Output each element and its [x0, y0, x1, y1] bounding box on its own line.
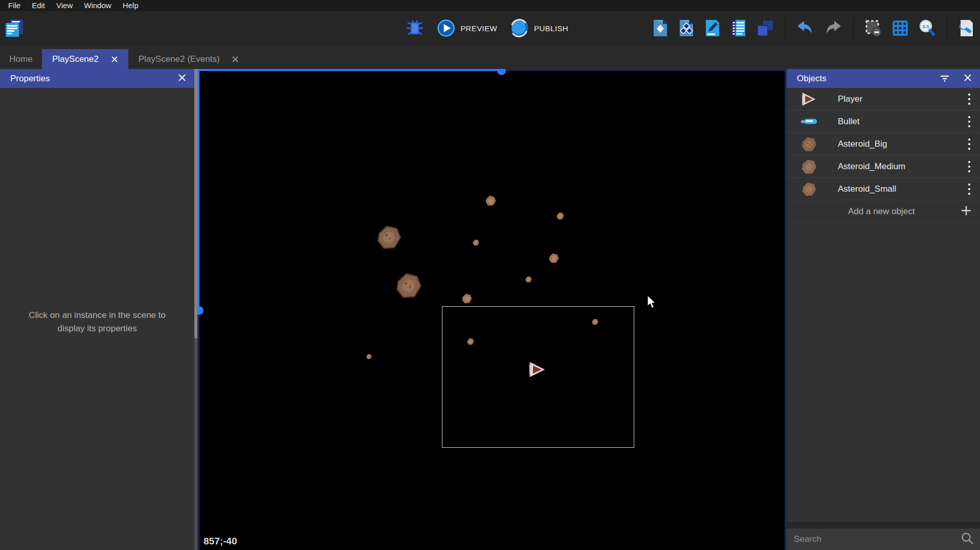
objects-panel-header: Objects: [787, 69, 980, 88]
objects-panel-title: Objects: [797, 74, 827, 84]
project-manager-button[interactable]: [4, 18, 25, 38]
tab-bar: Home PlayScene2 PlayScene2 (Events): [0, 45, 980, 69]
preview-play-icon: [437, 19, 455, 37]
asteroid-medium-instance[interactable]: [485, 195, 496, 208]
horizontal-scrollbar-thumb[interactable]: [497, 69, 506, 75]
object-menu-icon[interactable]: [966, 181, 973, 197]
toolbar-separator: [785, 17, 785, 39]
tab-home-label: Home: [9, 54, 32, 64]
plus-icon[interactable]: [961, 205, 972, 218]
object-row-player[interactable]: Player: [787, 88, 980, 110]
grid-button[interactable]: [891, 19, 909, 37]
object-label: Asteroid_Small: [838, 184, 966, 194]
tab-close-icon[interactable]: [232, 56, 239, 63]
object-row-bullet[interactable]: Bullet: [787, 110, 980, 133]
asteroid-small-instance[interactable]: [556, 212, 564, 222]
publish-button[interactable]: PUBLISH: [509, 18, 568, 38]
asteroid-medium-instance[interactable]: [549, 253, 559, 265]
properties-empty-message: Click on an instance in the scene to dis…: [16, 309, 178, 550]
search-icon[interactable]: [961, 532, 974, 547]
add-object-row[interactable]: Add a new object: [787, 200, 980, 223]
deselect-icon: [864, 19, 882, 37]
app-window: File Edit View Window Help: [0, 0, 980, 550]
preview-button[interactable]: PREVIEW: [437, 19, 497, 37]
instances-list-icon: [730, 19, 747, 37]
right-scrollbar-track: [785, 69, 787, 550]
instances-list-button[interactable]: [730, 19, 747, 37]
tab-playscene2-events[interactable]: PlayScene2 (Events): [128, 49, 250, 69]
objects-search-bar: [787, 529, 980, 550]
zoom-reset-button[interactable]: 1:1: [918, 19, 937, 37]
layers-button[interactable]: [756, 19, 774, 37]
player-object-icon: [798, 93, 820, 106]
undo-button[interactable]: [795, 19, 815, 37]
tab-playscene2-label: PlayScene2: [52, 54, 99, 64]
asteroid-medium-instance[interactable]: [462, 293, 472, 306]
tab-playscene2-events-label: PlayScene2 (Events): [139, 54, 220, 64]
edit-scene-properties-button[interactable]: [704, 19, 721, 37]
menu-help[interactable]: Help: [117, 0, 144, 11]
undo-icon: [795, 19, 815, 37]
asteroid-big-instance[interactable]: [396, 273, 421, 300]
object-groups-button[interactable]: [678, 19, 695, 37]
objects-panel-footer-strip: [787, 522, 980, 529]
edit-pencil-icon: [704, 19, 721, 37]
properties-panel: Properties Click on an instance in the s…: [0, 69, 194, 550]
menu-file[interactable]: File: [3, 0, 26, 11]
toolbar-separator: [947, 17, 947, 39]
properties-close-icon[interactable]: [178, 74, 186, 84]
svg-text:1:1: 1:1: [922, 24, 929, 29]
toolbar-separator: [853, 17, 854, 39]
clear-selection-button[interactable]: [864, 19, 882, 37]
objects-search-input[interactable]: [794, 534, 961, 544]
menu-window[interactable]: Window: [78, 0, 117, 11]
project-manager-icon: [4, 18, 25, 38]
publish-label: PUBLISH: [534, 24, 568, 33]
object-row-asteroid-big[interactable]: Asteroid_Big: [787, 133, 980, 155]
tab-close-icon[interactable]: [111, 56, 118, 63]
asteroid-small-instance[interactable]: [473, 239, 479, 248]
properties-panel-title: Properties: [10, 74, 50, 84]
menu-view[interactable]: View: [51, 0, 78, 11]
layers-icon: [756, 19, 774, 37]
scene-settings-button[interactable]: [957, 19, 975, 37]
object-menu-icon[interactable]: [966, 113, 973, 130]
asteroid-object-icon: [798, 136, 820, 152]
filter-icon[interactable]: [939, 72, 950, 85]
asteroid-small-instance[interactable]: [366, 352, 372, 361]
object-label: Bullet: [838, 117, 966, 127]
object-row-asteroid-medium[interactable]: Asteroid_Medium: [787, 155, 980, 178]
menu-edit[interactable]: Edit: [26, 0, 51, 11]
objects-close-icon[interactable]: [964, 74, 972, 84]
open-resources-button[interactable]: [652, 19, 669, 37]
vertical-scrollbar-thumb[interactable]: [197, 306, 204, 315]
tab-home[interactable]: Home: [0, 49, 42, 69]
preview-label: PREVIEW: [460, 24, 497, 33]
grid-icon: [891, 19, 909, 37]
object-menu-icon[interactable]: [966, 158, 973, 175]
object-menu-icon[interactable]: [966, 136, 973, 152]
object-row-asteroid-small[interactable]: Asteroid_Small: [787, 178, 980, 200]
scene-canvas[interactable]: 857;-40: [197, 69, 787, 550]
asteroid-small-instance[interactable]: [525, 276, 532, 285]
debug-bug-icon: [405, 19, 425, 37]
asteroid-big-instance[interactable]: [377, 225, 401, 251]
mouse-cursor: [648, 295, 657, 311]
resources-file-icon: [652, 19, 669, 37]
asteroid-object-icon: [798, 182, 820, 196]
horizontal-scrollbar[interactable]: [197, 69, 787, 71]
object-menu-icon[interactable]: [966, 91, 973, 107]
zoom-1-1-icon: 1:1: [918, 19, 937, 37]
properties-panel-header: Properties: [0, 69, 194, 88]
object-label: Asteroid_Big: [838, 139, 966, 149]
cursor-coordinates: 857;-40: [204, 536, 237, 547]
object-label: Asteroid_Medium: [838, 162, 966, 172]
player-instance[interactable]: [528, 362, 547, 379]
tab-playscene2[interactable]: PlayScene2: [42, 49, 128, 69]
redo-button[interactable]: [823, 19, 843, 37]
debug-button[interactable]: [405, 19, 425, 37]
object-groups-icon: [678, 19, 695, 37]
toolbar: PREVIEW PUBLISH: [0, 11, 980, 45]
add-object-label: Add a new object: [848, 207, 961, 217]
publish-globe-icon: [509, 18, 529, 38]
